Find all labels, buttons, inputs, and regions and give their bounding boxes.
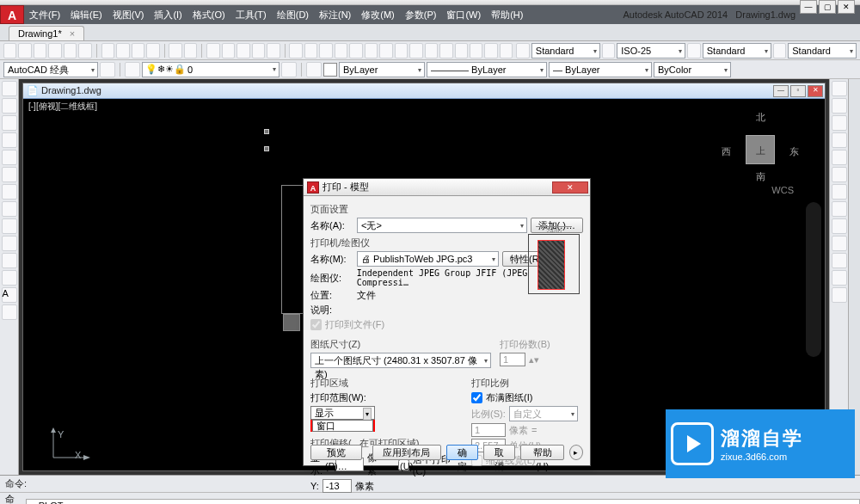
close-tab-icon[interactable]: × — [70, 28, 75, 39]
plot-what-option-window[interactable]: 窗口 — [312, 420, 373, 432]
spline-icon[interactable] — [2, 150, 17, 165]
copy-icon[interactable] — [116, 43, 129, 58]
color-icon[interactable] — [306, 62, 322, 77]
m1-icon[interactable] — [832, 81, 847, 96]
dimstyle-icon[interactable] — [602, 43, 615, 58]
cancel-button[interactable]: 取消 — [483, 445, 515, 460]
m2-icon[interactable] — [832, 98, 847, 114]
save-icon[interactable] — [34, 43, 46, 58]
layer-state-icon[interactable] — [281, 62, 297, 77]
app-logo[interactable]: A — [0, 5, 24, 24]
menu-format[interactable]: 格式(O) — [187, 9, 230, 22]
color-combo[interactable]: ByLayer — [339, 62, 425, 77]
menu-file[interactable]: 文件(F) — [24, 9, 65, 22]
move-icon[interactable] — [365, 43, 378, 58]
region-icon[interactable] — [2, 236, 17, 251]
paste-icon[interactable] — [132, 43, 144, 58]
lineweight-combo[interactable]: — ByLayer — [549, 62, 652, 77]
zoom-icon[interactable] — [222, 43, 235, 58]
document-tab[interactable]: Drawing1* × — [9, 26, 84, 40]
preview-button[interactable]: 预览(P)… — [310, 445, 362, 460]
match-icon[interactable] — [146, 43, 159, 58]
preview-icon[interactable] — [64, 43, 77, 58]
m10-icon[interactable] — [832, 236, 847, 251]
tool-palette-icon[interactable] — [252, 43, 265, 58]
hatch-icon[interactable] — [2, 218, 17, 234]
scale-icon[interactable] — [395, 43, 408, 58]
compass-east[interactable]: 东 — [789, 145, 799, 158]
page-name-combo[interactable]: <无> — [357, 218, 527, 233]
fit-check[interactable] — [471, 392, 482, 403]
offset-y-input[interactable]: -13 — [322, 479, 352, 493]
chamfer-icon[interactable] — [484, 43, 497, 58]
new-icon[interactable] — [3, 43, 16, 58]
m12-icon[interactable] — [832, 270, 847, 286]
expand-button[interactable]: ▸ — [569, 445, 583, 460]
os-close-button[interactable]: ✕ — [838, 0, 855, 14]
paper-size-combo[interactable]: 上一个图纸尺寸 (2480.31 x 3507.87 像素) — [310, 353, 491, 368]
rotate-icon[interactable] — [379, 43, 392, 58]
m7-icon[interactable] — [832, 184, 847, 200]
m5-icon[interactable] — [832, 150, 847, 165]
table-style-combo[interactable]: Standard — [703, 43, 771, 58]
m8-icon[interactable] — [832, 201, 847, 217]
menu-insert[interactable]: 插入(I) — [149, 9, 187, 22]
arc-icon[interactable] — [2, 115, 17, 131]
fillet-icon[interactable] — [470, 43, 482, 58]
compass-south[interactable]: 南 — [756, 170, 765, 183]
command-input[interactable] — [26, 499, 860, 504]
os-max-button[interactable]: ▢ — [819, 0, 836, 14]
stretch-icon[interactable] — [409, 43, 422, 58]
viewport-label[interactable]: [-][俯视][二维线框] — [28, 101, 97, 113]
docwin-min-button[interactable]: — — [773, 85, 789, 97]
compass-west[interactable]: 西 — [722, 145, 731, 158]
open-icon[interactable] — [18, 43, 31, 58]
menu-tools[interactable]: 工具(T) — [230, 9, 272, 22]
offset-icon[interactable] — [335, 43, 347, 58]
block-icon[interactable] — [2, 304, 17, 320]
workspace-combo[interactable]: AutoCAD 经典 — [3, 62, 98, 77]
m9-icon[interactable] — [832, 218, 847, 234]
tablestyle-icon[interactable] — [687, 43, 700, 58]
menu-view[interactable]: 视图(V) — [108, 9, 150, 22]
table-icon[interactable] — [2, 253, 17, 268]
pan-icon[interactable] — [206, 43, 219, 58]
compass-wcs[interactable]: WCS — [771, 185, 794, 195]
ok-button[interactable]: 确定 — [446, 445, 478, 460]
ws-settings-icon[interactable] — [100, 62, 115, 77]
ellipse-icon[interactable] — [2, 167, 17, 182]
text-style-combo[interactable]: Standard — [531, 43, 600, 58]
m3-icon[interactable] — [832, 115, 847, 131]
copy2-icon[interactable] — [304, 43, 317, 58]
publish-icon[interactable] — [78, 43, 91, 58]
line-icon[interactable] — [2, 81, 17, 96]
plot-what-combo[interactable]: 显示 窗口 — [310, 406, 375, 432]
layer-combo[interactable]: 💡❄☀🔒 0▾ — [142, 62, 280, 77]
mtext-icon[interactable]: A — [2, 287, 17, 303]
plot-what-selected[interactable]: 显示 — [310, 406, 375, 420]
print-icon[interactable] — [48, 43, 61, 58]
help-button[interactable]: 帮助(H) — [520, 445, 564, 460]
m4-icon[interactable] — [832, 132, 847, 148]
cut-icon[interactable] — [101, 43, 114, 58]
menu-draw[interactable]: 绘图(D) — [272, 9, 314, 22]
docwin-max-button[interactable]: ▫ — [790, 85, 806, 97]
layer-props-icon[interactable] — [125, 62, 140, 77]
compass-north[interactable]: 北 — [756, 111, 765, 124]
menu-edit[interactable]: 编辑(E) — [65, 9, 108, 22]
mirror-icon[interactable] — [319, 43, 332, 58]
docwin-close-button[interactable]: ✕ — [808, 85, 823, 97]
menu-modify[interactable]: 修改(M) — [356, 9, 400, 22]
trim-icon[interactable] — [425, 43, 438, 58]
array-icon[interactable] — [349, 43, 362, 58]
dialog-close-button[interactable]: ✕ — [552, 181, 588, 194]
menu-param[interactable]: 参数(P) — [400, 9, 442, 22]
printer-combo[interactable]: 🖨 PublishToWeb JPG.pc3 — [357, 251, 499, 267]
undo-icon[interactable] — [169, 43, 181, 58]
dim-style-combo[interactable]: ISO-25 — [617, 43, 685, 58]
compass-top[interactable]: 上 — [746, 135, 775, 164]
m11-icon[interactable] — [832, 253, 847, 268]
menu-help[interactable]: 帮助(H) — [486, 9, 528, 22]
menu-dim[interactable]: 标注(N) — [314, 9, 356, 22]
extend-icon[interactable] — [439, 43, 452, 58]
